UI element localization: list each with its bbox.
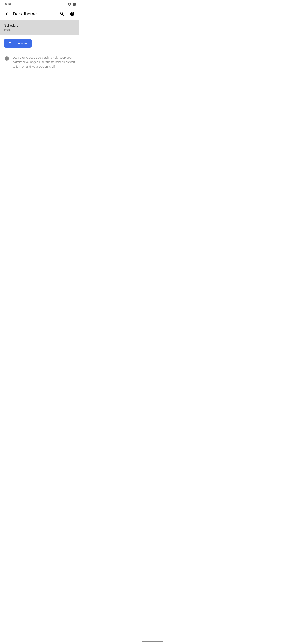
button-section: Turn on now [0,35,80,51]
help-icon [70,12,75,16]
help-button[interactable] [68,9,77,19]
schedule-value: None [4,28,75,31]
page-title: Dark theme [13,11,56,17]
status-time: 10:10 [4,2,11,6]
back-arrow-icon [5,12,10,16]
svg-rect-2 [76,4,76,5]
wifi-icon [68,3,72,6]
schedule-item[interactable]: Schedule None [0,20,80,35]
svg-point-0 [69,5,70,6]
info-section: Dark theme uses true black to help keep … [0,51,80,73]
status-bar: 10:10 [0,0,80,8]
info-description: Dark theme uses true black to help keep … [13,56,75,69]
search-icon [60,12,64,16]
info-icon [4,56,9,62]
back-button[interactable] [2,9,12,19]
status-icons [68,2,76,6]
search-button[interactable] [58,9,67,19]
app-bar: Dark theme [0,8,80,20]
svg-rect-3 [73,4,74,5]
schedule-label: Schedule [4,24,75,28]
battery-icon [73,2,76,6]
turn-on-now-button[interactable]: Turn on now [4,39,32,48]
